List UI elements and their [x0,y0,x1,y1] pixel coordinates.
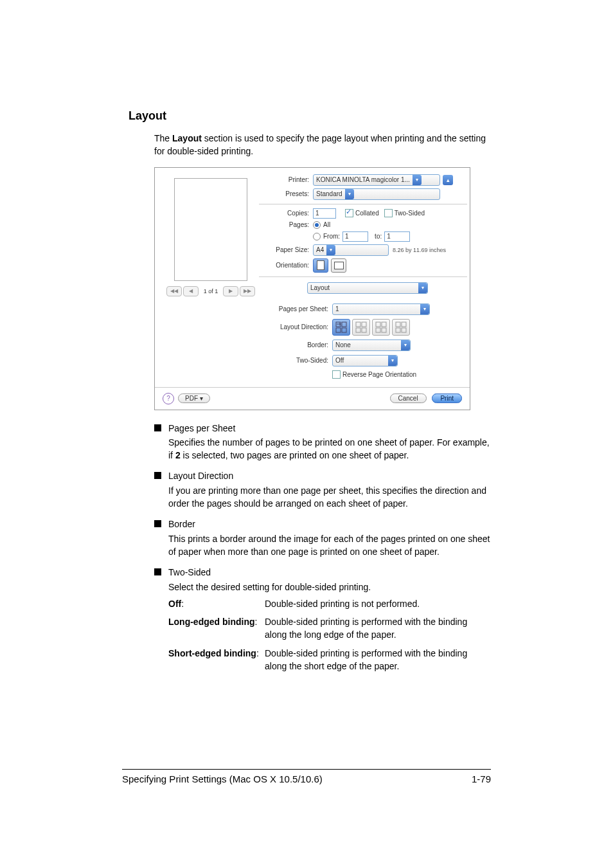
collated-checkbox[interactable] [345,209,353,217]
print-dialog: ◀◀ ◀ 1 of 1 ▶ ▶▶ Printer: KONICA MINOLTA… [154,167,470,410]
intro-text: The Layout section is used to specify th… [154,132,491,158]
layout-dir-icon [355,321,367,333]
pager-prev-button[interactable]: ◀ [183,286,199,296]
presets-label: Presets: [263,190,313,197]
help-button[interactable]: ? [163,393,174,404]
pages-all-radio[interactable] [313,221,321,229]
def-long-def: Double-sided printing is performed with … [265,615,491,642]
pages-from-input[interactable]: 1 [342,231,368,242]
layout-direction-label: Layout Direction: [263,323,332,330]
svg-rect-10 [376,328,380,332]
svg-rect-13 [402,322,406,327]
layout-dir-icon [375,321,387,333]
two-sided-label: Two-Sided: [263,357,332,364]
reverse-orientation-label: Reverse Page Orientation [342,371,416,378]
bullet-text: This prints a border around the image fo… [168,534,490,557]
orientation-portrait-button[interactable] [313,258,328,273]
layout-dir-2-button[interactable] [352,319,370,336]
bullet-head: Layout Direction [168,469,491,482]
collated-label: Collated [355,210,379,217]
section-title: Layout [129,109,491,123]
chevron-down-icon: ▾ [326,245,335,255]
svg-rect-14 [396,328,400,332]
pages-per-sheet-select[interactable]: 1 ▾ [332,303,430,315]
portrait-icon [317,260,324,270]
cancel-button[interactable]: Cancel [390,393,427,403]
two-sided-checkbox[interactable] [384,209,393,217]
chevron-down-icon: ▾ [420,304,429,314]
svg-rect-1 [342,322,346,327]
svg-rect-11 [382,328,386,332]
copies-input[interactable]: 1 [313,208,336,219]
bullet-bold: 2 [175,450,181,460]
presets-value: Standard [314,190,345,197]
bullet-head: Pages per Sheet [168,422,491,435]
pages-label: Pages: [263,221,313,228]
svg-rect-9 [382,322,386,327]
pages-to-label: to: [375,233,382,240]
print-button[interactable]: Print [432,393,462,403]
intro-prefix: The [154,133,172,143]
presets-select[interactable]: Standard ▾ [313,188,440,200]
bullet-head: Border [168,518,491,530]
orientation-landscape-button[interactable] [331,258,346,273]
pages-per-sheet-value: 1 [333,305,420,312]
pager-count: 1 of 1 [200,288,222,294]
chevron-down-icon: ▾ [418,283,427,293]
layout-dir-1-button[interactable] [332,319,350,336]
layout-dir-4-button[interactable] [392,319,410,336]
chevron-down-icon: ▾ [401,340,410,350]
bullet-pages-per-sheet: Pages per Sheet Specifies the number of … [154,422,491,462]
printer-value: KONICA MINOLTA magicolor 1... [314,176,413,183]
footer-left: Specifying Print Settings (Mac OS X 10.5… [122,773,323,784]
def-off-def: Double-sided printing is not performed. [265,597,420,610]
paper-size-select[interactable]: A4 ▾ [313,244,389,256]
two-sided-value: Off [333,357,388,364]
bullet-border: Border This prints a border around the i… [154,518,491,558]
svg-rect-6 [356,328,360,332]
svg-rect-7 [362,328,366,332]
paper-size-value: A4 [314,246,326,253]
svg-rect-12 [396,322,400,327]
copies-label: Copies: [263,210,313,217]
landscape-icon [334,262,344,269]
pages-to-input[interactable]: 1 [384,231,410,242]
def-long-term: Long-edged binding: [168,615,265,642]
svg-rect-15 [402,328,406,332]
layout-dir-3-button[interactable] [372,319,390,336]
layout-dir-icon [395,321,407,333]
chevron-down-icon: ▾ [388,356,397,366]
page-preview [174,178,247,281]
orientation-label: Orientation: [263,262,313,269]
intro-bold: Layout [172,133,202,143]
two-sided-select[interactable]: Off ▾ [332,355,398,366]
intro-suffix: section is used to specify the page layo… [154,133,486,156]
bullet-two-sided: Two-Sided Select the desired setting for… [154,566,491,673]
paper-size-label: Paper Size: [263,246,313,253]
pager-first-button[interactable]: ◀◀ [166,286,182,296]
bullet-layout-direction: Layout Direction If you are printing mor… [154,469,491,510]
def-short-def: Double-sided printing is performed with … [265,647,491,673]
panel-select[interactable]: Layout ▾ [307,282,428,294]
pdf-menu-button[interactable]: PDF ▾ [178,393,210,403]
pages-range-radio[interactable] [313,233,321,240]
reverse-orientation-checkbox[interactable] [332,370,341,379]
printer-status-button[interactable]: ▴ [443,175,453,185]
pages-all-label: All [323,221,330,228]
printer-label: Printer: [263,176,313,183]
svg-rect-5 [362,322,366,327]
printer-select[interactable]: KONICA MINOLTA magicolor 1... ▾ [313,174,440,186]
svg-rect-2 [336,328,341,332]
pager-last-button[interactable]: ▶▶ [240,286,255,296]
panel-value: Layout [308,284,418,291]
def-off-term: Off: [168,597,265,610]
bullet-head: Two-Sided [168,566,491,579]
def-short-term: Short-edged binding: [168,647,265,673]
border-value: None [333,341,401,348]
pager-next-button[interactable]: ▶ [223,286,238,296]
footer-page-number: 1-79 [472,773,491,784]
border-select[interactable]: None ▾ [332,339,411,351]
chevron-down-icon: ▾ [413,175,422,185]
paper-size-dim: 8.26 by 11.69 inches [389,247,446,253]
pages-from-label: From: [323,233,340,240]
